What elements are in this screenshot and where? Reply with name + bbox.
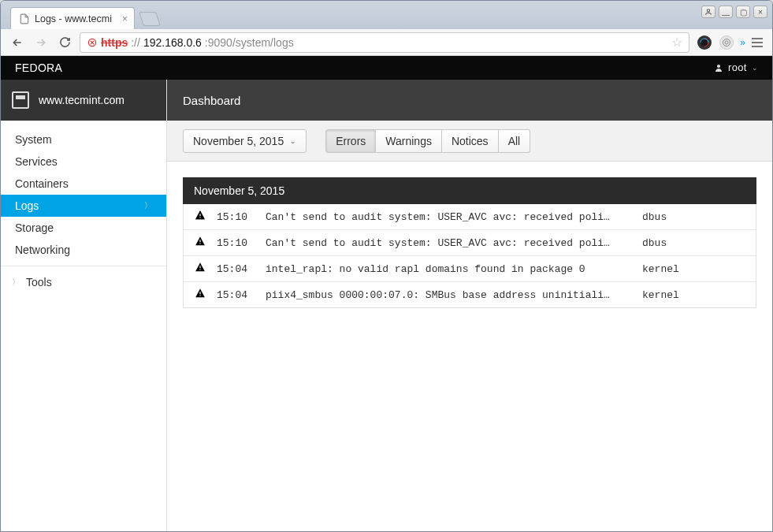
new-tab-button[interactable] [139,12,161,26]
page-content: FEDORA root ⌄ www.tecmint.com System Ser… [1,56,772,531]
svg-point-8 [199,269,200,270]
window-user-button[interactable] [701,6,715,18]
log-message: Can't send to audit system: USER_AVC avc… [266,237,615,249]
maximize-icon: ▢ [740,8,747,17]
log-date-label: November 5, 2015 [194,184,284,197]
bookmark-star-icon[interactable]: ☆ [671,35,682,50]
log-time: 15:10 [217,237,255,249]
sidebar-item-services[interactable]: Services [1,151,166,173]
warning-icon [195,288,206,302]
chevron-right-icon: 〉 [12,277,20,288]
log-source: dbus [626,211,745,223]
log-row[interactable]: 15:10 Can't send to audit system: USER_A… [184,229,756,255]
sidebar-item-label: Tools [26,276,52,288]
nav-separator [1,266,166,266]
segbtn-label: Notices [452,135,489,147]
page-icon [19,13,30,25]
log-date-header: November 5, 2015 [183,177,756,204]
warning-icon [195,236,206,250]
overflow-icon[interactable]: » [740,37,744,48]
log-row[interactable]: 15:10 Can't send to audit system: USER_A… [184,204,756,229]
log-row[interactable]: 15:04 intel_rapl: no valid rapl domains … [184,255,756,281]
svg-point-9 [199,295,200,296]
window-controls: — ▢ × [701,6,767,18]
avatar-icon [714,63,723,73]
severity-errors-button[interactable]: Errors [325,129,376,153]
window-maximize-button[interactable]: ▢ [736,6,750,18]
insecure-icon [87,37,98,48]
severity-all-button[interactable]: All [499,129,531,153]
segbtn-label: Errors [336,135,366,147]
sidebar-item-networking[interactable]: Networking [1,239,166,261]
forward-button[interactable] [32,34,50,51]
svg-point-5 [717,65,720,68]
url-host: 192.168.0.6 [143,36,202,49]
filter-bar: November 5, 2015 ⌄ Errors Warnings Notic… [167,121,772,162]
tab-close-icon[interactable]: × [122,13,128,24]
log-time: 15:10 [217,211,255,223]
sidebar-item-logs[interactable]: Logs〉 [1,195,166,217]
app-topbar: FEDORA root ⌄ [1,56,772,80]
arrow-right-icon [35,36,47,49]
sidebar-item-tools[interactable]: 〉 Tools [1,271,166,293]
log-time: 15:04 [217,263,255,275]
extension-1-icon[interactable] [697,35,712,50]
date-filter-dropdown[interactable]: November 5, 2015 ⌄ [183,129,307,153]
severity-warnings-button[interactable]: Warnings [376,129,442,153]
user-icon [704,8,712,16]
arrow-left-icon [11,36,24,49]
window-minimize-button[interactable]: — [719,6,733,18]
log-message: intel_rapl: no valid rapl domains found … [266,263,615,275]
svg-point-6 [199,217,200,218]
chevron-down-icon: ⌄ [290,137,296,145]
window-close-button[interactable]: × [753,6,767,18]
browser-window: — ▢ × Logs - www.tecmi × https :// 192.1… [0,0,773,532]
host-icon [12,91,29,109]
hamburger-menu-icon[interactable] [750,36,764,49]
log-table: 15:10 Can't send to audit system: USER_A… [183,204,756,308]
log-message: Can't send to audit system: USER_AVC avc… [266,211,615,223]
warning-icon [195,210,206,224]
log-source: kernel [626,263,745,275]
breadcrumb-label: Dashboard [183,94,240,107]
sidebar-item-storage[interactable]: Storage [1,217,166,239]
extension-2-icon[interactable] [719,35,734,50]
severity-notices-button[interactable]: Notices [442,129,499,153]
host-header[interactable]: www.tecmint.com [1,80,166,121]
url-path: :9090/system/logs [205,36,294,49]
user-menu[interactable]: root ⌄ [714,61,758,73]
url-sep: :// [131,36,140,49]
breadcrumb: Dashboard [167,80,772,121]
sidebar-item-label: Logs [15,199,39,212]
back-button[interactable] [9,34,26,51]
chevron-right-icon: 〉 [144,200,152,211]
url-scheme: https [101,36,128,49]
segbtn-label: All [508,135,521,147]
brand-label: FEDORA [15,61,62,74]
log-message: piix4_smbus 0000:00:07.0: SMBus base add… [266,289,615,301]
svg-point-4 [725,41,728,44]
log-source: dbus [626,237,745,249]
sidebar-item-label: Storage [15,221,54,234]
sidebar-item-containers[interactable]: Containers [1,173,166,195]
sidebar-item-label: Containers [15,177,69,190]
chevron-down-icon: ⌄ [752,64,758,72]
segbtn-label: Warnings [385,135,432,147]
logs-area: November 5, 2015 15:10 Can't send to aud… [167,162,772,324]
address-bar[interactable]: https :// 192.168.0.6 :9090/system/logs … [80,32,689,53]
svg-point-0 [707,9,709,12]
log-row[interactable]: 15:04 piix4_smbus 0000:00:07.0: SMBus ba… [184,281,756,307]
nav-list: System Services Containers Logs〉 Storage… [1,121,166,301]
app-body: www.tecmint.com System Services Containe… [1,80,772,531]
close-icon: × [758,8,763,17]
sidebar-item-label: Networking [15,244,70,256]
severity-filter-group: Errors Warnings Notices All [325,129,530,153]
sidebar-item-system[interactable]: System [1,128,166,151]
reload-icon [59,36,71,48]
warning-icon [195,262,206,276]
browser-tab[interactable]: Logs - www.tecmi × [10,7,135,29]
reload-button[interactable] [56,34,73,51]
minimize-icon: — [722,10,730,19]
svg-point-3 [723,39,730,46]
sidebar-item-label: System [15,133,52,146]
